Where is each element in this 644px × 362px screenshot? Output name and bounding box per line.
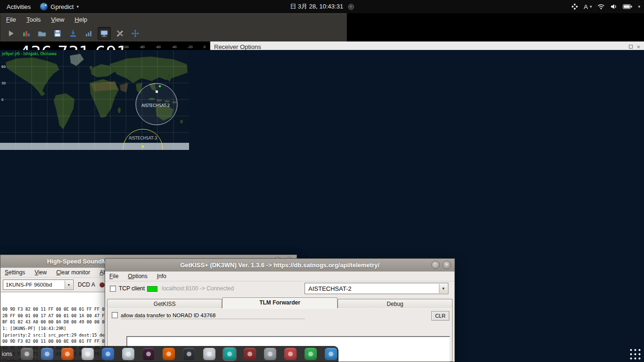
tab-tlm-forwarder[interactable]: TLM Forwarder	[222, 297, 337, 309]
document-viewer-icon[interactable]	[121, 347, 135, 361]
dsp-start-icon[interactable]	[4, 27, 17, 40]
float-panel-icon[interactable]	[629, 45, 633, 49]
bookmarks-icon[interactable]	[66, 27, 80, 40]
audio-recorder-icon[interactable]	[263, 347, 277, 361]
app-menu-label: Gpredict	[50, 3, 74, 10]
iq-record-icon[interactable]	[20, 27, 33, 40]
connection-led	[147, 286, 157, 292]
satellite-select[interactable]: AISTECHSAT-2 ▼	[305, 283, 448, 294]
recording-indicator-icon	[348, 4, 354, 10]
ime-label: A	[584, 3, 588, 10]
soundmodem-icon[interactable]	[202, 347, 216, 361]
clr-button[interactable]: CLR	[431, 311, 449, 321]
activities-button[interactable]: Activities	[7, 3, 31, 10]
caret-down-icon: ▾	[638, 4, 640, 9]
input-method-indicator[interactable]: A ▾	[584, 3, 592, 10]
dock: ions	[0, 346, 339, 362]
open-icon[interactable]	[35, 27, 49, 40]
kiss-green-icon[interactable]	[304, 347, 318, 361]
getkiss-connection-row: TCP client localhost:8100 -> Connected A…	[105, 281, 454, 296]
close-panel-icon[interactable]: ×	[636, 43, 640, 50]
terminal-purple-icon[interactable]	[141, 347, 156, 361]
dock-text-fragment: ions	[2, 351, 20, 357]
system-tray[interactable]: A ▾ ▾	[571, 3, 640, 10]
wine-blue-icon[interactable]	[324, 347, 338, 361]
getkiss-tabs: GetKISS TLM Forwarder Debug	[107, 297, 453, 309]
firefox-icon[interactable]	[162, 347, 176, 361]
caret-down-icon: ▾	[590, 4, 592, 9]
combo-arrow-icon[interactable]: ▼	[65, 280, 73, 289]
wine-app-red-icon[interactable]	[243, 347, 257, 361]
meter-tick-label: -100	[122, 45, 129, 49]
allow-transfer-checkbox[interactable]	[112, 312, 118, 318]
meter-tick-label: -60	[156, 45, 161, 49]
maximize-button[interactable]: □	[431, 261, 440, 269]
wifi-icon	[597, 4, 605, 9]
meter-tick-label: -20	[188, 45, 193, 49]
clock-label: 日 3月 28, 10:43:31	[290, 2, 343, 11]
menu-clear-monitor[interactable]: Clear monitor	[56, 269, 90, 276]
meter-scale: -100-80-60-40-200	[122, 45, 206, 49]
spectrum-bars-icon[interactable]	[82, 27, 95, 40]
combo-arrow-icon[interactable]: ▼	[439, 284, 447, 293]
menu-settings[interactable]: Settings	[5, 269, 25, 276]
utilities-icon[interactable]	[20, 347, 34, 361]
meter-tick-label: -80	[140, 45, 145, 49]
battery-icon	[623, 4, 632, 9]
web-globe-icon[interactable]	[101, 347, 115, 361]
files-icon[interactable]	[40, 347, 54, 361]
dcd-a-led	[99, 282, 105, 288]
gpredict-logo-icon	[40, 3, 48, 10]
tab-getkiss[interactable]: GetKISS	[107, 299, 222, 309]
allow-transfer-label: allow data transfer to NORAD ID 43768	[121, 313, 305, 319]
menu-info[interactable]: Info	[157, 273, 166, 280]
menu-options[interactable]: Options	[128, 273, 147, 280]
menu-view[interactable]: View	[51, 16, 64, 23]
menu-file[interactable]: File	[109, 273, 118, 280]
tcp-client-checkbox[interactable]	[110, 286, 116, 292]
software-icon[interactable]	[60, 347, 74, 361]
getkiss-title: GetKISS+ (DK3WN) Ver. 1.3.6 -> https://d…	[180, 262, 380, 269]
menu-view[interactable]: View	[34, 269, 47, 276]
show-applications-button[interactable]	[628, 347, 641, 360]
tab-debug[interactable]: Debug	[338, 299, 453, 309]
red-tool-icon[interactable]	[283, 347, 297, 361]
gqrx-icon[interactable]	[223, 347, 237, 361]
text-editor-icon[interactable]	[81, 347, 95, 361]
menu-file[interactable]: File	[6, 16, 16, 23]
modem-a-select[interactable]: 1KUNS-PF 9600bd ▼	[3, 280, 74, 290]
volume-icon	[611, 4, 617, 9]
keyboard-indicator-icon	[571, 3, 578, 10]
clock[interactable]: 日 3月 28, 10:43:31	[290, 2, 354, 11]
connection-status: localhost:8100 -> Connected	[162, 285, 234, 292]
gqrx-toolbar	[0, 25, 347, 42]
close-button[interactable]: ×	[443, 261, 451, 269]
caret-down-icon: ▾	[76, 4, 79, 9]
dcd-a-label: DCD A	[78, 281, 95, 288]
settings-tools-icon[interactable]	[113, 27, 126, 40]
meter-tick-label: -40	[172, 45, 177, 49]
app-menu[interactable]: Gpredict ▾	[40, 3, 79, 10]
receiver-options-title: Receiver Options	[214, 43, 261, 50]
getkiss-titlebar[interactable]: GetKISS+ (DK3WN) Ver. 1.3.6 -> https://d…	[105, 259, 454, 272]
tcp-client-label: TCP client	[119, 285, 145, 292]
meter-tick-label: 0	[204, 45, 206, 49]
terminal-dark-icon[interactable]	[182, 347, 196, 361]
center-tune-icon[interactable]	[129, 27, 142, 40]
remote-control-icon[interactable]	[98, 27, 111, 40]
menu-tools[interactable]: Tools	[26, 16, 41, 23]
gqrx-menubar: File Tools View Help	[0, 14, 347, 25]
menu-help[interactable]: Help	[74, 16, 87, 23]
save-icon[interactable]	[51, 27, 64, 40]
getkiss-menubar: File Options Info	[105, 272, 454, 281]
top-bar: Activities Gpredict ▾ 日 3月 28, 10:43:31 …	[0, 0, 644, 13]
